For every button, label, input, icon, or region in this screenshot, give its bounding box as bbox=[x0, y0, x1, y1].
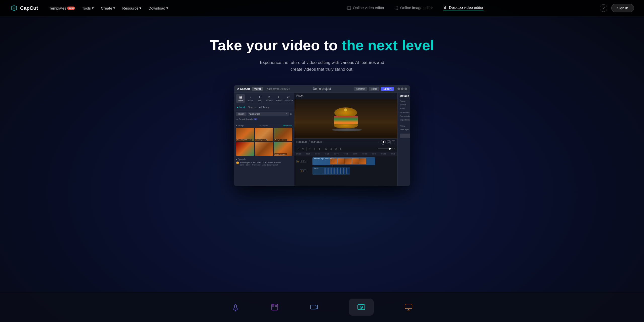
audio-track-row: 🔒 ♪ Music bbox=[296, 166, 395, 175]
share-btn[interactable]: Share bbox=[369, 87, 380, 91]
search-clear-icon[interactable]: ✕ bbox=[286, 112, 288, 115]
player-options-icon[interactable]: ··· bbox=[392, 94, 395, 98]
tl-freeze-btn[interactable]: ❄ bbox=[339, 147, 343, 151]
speech-item[interactable]: 🍔 Hamburger is the best food in the whol… bbox=[236, 160, 292, 166]
tl-speed-btn[interactable]: ⏱ bbox=[334, 147, 338, 151]
tl-trim-btn[interactable]: ‖ bbox=[317, 147, 321, 151]
media-thumb-4[interactable] bbox=[236, 142, 254, 156]
modify-button[interactable]: Modify bbox=[400, 134, 410, 138]
show-less-btn[interactable]: Show less bbox=[283, 124, 292, 127]
nav-library[interactable]: ▸ Library bbox=[259, 106, 269, 109]
editor-menu-btn[interactable]: Menu bbox=[252, 87, 263, 91]
shortcut-btn[interactable]: Shortcut bbox=[354, 87, 367, 91]
close-btn[interactable] bbox=[405, 88, 407, 90]
audio-track-label: Music bbox=[314, 167, 318, 169]
signin-button[interactable]: Sign In bbox=[611, 4, 634, 12]
editor-titlebar: ✕ CapCut Menu Auto saved 10:30:22 Demo p… bbox=[234, 85, 410, 93]
tl-undo-btn[interactable]: ↩ bbox=[296, 147, 300, 151]
editor-middle-panel: Player ··· 00:00:00:08 / bbox=[294, 93, 397, 186]
expand-icon[interactable]: ⤢ bbox=[392, 140, 395, 144]
progress-bar[interactable] bbox=[323, 142, 379, 142]
audio-waveform bbox=[324, 168, 349, 174]
nav-download[interactable]: Download ▾ bbox=[145, 4, 171, 12]
editor-left-panel: ▦ Media ♪ Audio T Text ☺ Stickers ✦ Ef bbox=[234, 93, 294, 186]
media-thumb-5[interactable] bbox=[255, 142, 273, 156]
video-track: kitchen.mp4 00:01:26:22 bbox=[312, 157, 375, 165]
bottom-photo-icon[interactable] bbox=[349, 299, 374, 316]
tab-online-image[interactable]: ⬚ Online image editor bbox=[394, 5, 433, 11]
zoom-out-icon[interactable]: − bbox=[376, 148, 378, 150]
editor-tools: ▦ Media ♪ Audio T Text ☺ Stickers ✦ Ef bbox=[234, 93, 294, 104]
media-thumb-3[interactable]: Beef_cheeksteak bbox=[274, 128, 292, 141]
maximize-btn[interactable] bbox=[401, 88, 404, 90]
minimize-btn[interactable] bbox=[397, 88, 400, 90]
editor-nav: ▸ Local Spaces ▸ Library bbox=[234, 104, 294, 110]
zoom-track[interactable] bbox=[378, 148, 393, 149]
tab-desktop-video[interactable]: 🖥 Desktop video editor bbox=[443, 5, 484, 11]
nav-local[interactable]: ▸ Local bbox=[237, 106, 245, 109]
bottom-video-icon[interactable] bbox=[309, 303, 318, 312]
tl-zoom: − + bbox=[376, 148, 395, 150]
desktop-video-icon: 🖥 bbox=[443, 5, 447, 10]
details-header: Details bbox=[397, 93, 410, 99]
tool-media[interactable]: ▦ Media bbox=[236, 94, 245, 103]
speech-section: ▸ Speech 🍔 Hamburger is the best food in… bbox=[234, 157, 294, 167]
export-btn[interactable]: Export bbox=[381, 87, 394, 91]
timeline-cursor bbox=[334, 157, 334, 166]
import-button[interactable]: Import bbox=[236, 112, 247, 116]
time-total: 00:04:36:22 bbox=[311, 141, 322, 143]
detail-key-framerate: Frame rate bbox=[400, 115, 410, 117]
nav-tools[interactable]: Tools ▾ bbox=[79, 4, 97, 12]
tl-split-btn[interactable]: ⊢ bbox=[308, 147, 312, 151]
tool-transitions[interactable]: ⇄ Transitions bbox=[284, 94, 293, 103]
media-thumb-1[interactable]: Cheerful_2022/steak.. bbox=[236, 128, 254, 141]
audio-track-area[interactable]: Music bbox=[307, 166, 395, 175]
tab-online-video[interactable]: ⬚ Online video editor bbox=[347, 5, 384, 11]
media-thumb-2[interactable]: Hamburger.mp4 bbox=[255, 128, 273, 141]
nav-create[interactable]: Create ▾ bbox=[98, 4, 118, 12]
track-thumb-2 bbox=[337, 158, 344, 164]
bottom-template-icon[interactable] bbox=[270, 303, 279, 312]
tool-text[interactable]: T Text bbox=[255, 94, 264, 103]
help-button[interactable]: ? bbox=[600, 4, 607, 12]
navbar: CapCut Templates New Tools ▾ Create ▾ Re… bbox=[0, 0, 644, 16]
timeline-tracks: 🔒 👁 ✎ kitchen.mp4 00:01:26:22 bbox=[294, 156, 397, 176]
track-lock-icon[interactable]: 🔒 bbox=[296, 160, 299, 163]
fullscreen-icon[interactable]: ⛶ bbox=[387, 140, 391, 144]
track-edit-icon[interactable]: ✎ bbox=[303, 160, 306, 163]
tool-audio[interactable]: ♪ Audio bbox=[246, 94, 255, 103]
tl-detach-btn[interactable]: ⌀ bbox=[329, 147, 333, 151]
tool-stickers[interactable]: ☺ Stickers bbox=[265, 94, 274, 103]
editor-right-panel: Details Name Demo project Saved C:/User/… bbox=[397, 93, 410, 186]
tool-effects[interactable]: ✦ Effects bbox=[274, 94, 283, 103]
audio-lock-icon[interactable]: 🔒 bbox=[300, 169, 303, 172]
logo[interactable]: CapCut bbox=[10, 4, 38, 12]
bottom-audio-icon[interactable] bbox=[231, 303, 240, 312]
ruler-mark-11: 04:25 bbox=[391, 153, 395, 155]
nav-spaces[interactable]: Spaces bbox=[248, 106, 256, 109]
bottom-monitor-icon[interactable] bbox=[404, 303, 413, 312]
nav-resource[interactable]: Resource ▾ bbox=[119, 4, 144, 12]
tl-crop-btn[interactable]: ⊡ bbox=[324, 147, 328, 151]
zoom-in-icon[interactable]: + bbox=[394, 148, 395, 150]
player-area: Player ··· 00:00:00:08 / bbox=[294, 93, 397, 146]
media-thumb-6[interactable]: beauty of smok... bbox=[274, 142, 292, 156]
search-grid-icon[interactable]: ⊞ bbox=[290, 112, 292, 115]
play-button[interactable]: ⏸ bbox=[381, 140, 386, 145]
nav-templates[interactable]: Templates New bbox=[46, 4, 78, 12]
tl-redo-btn[interactable]: ↪ bbox=[301, 147, 305, 151]
burger-fillings bbox=[334, 116, 358, 124]
search-input[interactable]: hamburger bbox=[249, 113, 286, 115]
detail-key-saved: Saved bbox=[400, 104, 410, 106]
audio-mute-icon[interactable]: ♪ bbox=[303, 169, 306, 172]
media-section-header: ▸ Image 15 results Show less bbox=[236, 124, 292, 127]
image-section-title: ▸ Image bbox=[236, 124, 244, 127]
tl-delete-btn[interactable]: I bbox=[313, 147, 317, 151]
speech-sub: 00:06 - 00:07 · The woman eating dumplin… bbox=[240, 164, 281, 166]
hamburger-icon: 🍔 bbox=[236, 162, 239, 164]
video-track-area[interactable]: kitchen.mp4 00:01:26:22 bbox=[307, 157, 395, 166]
track-eye-icon[interactable]: 👁 bbox=[300, 160, 303, 163]
video-track-row: 🔒 👁 ✎ kitchen.mp4 00:01:26:22 bbox=[296, 157, 395, 166]
video-track-label: kitchen.mp4 00:01:26:22 bbox=[314, 158, 334, 159]
bottom-bar bbox=[0, 292, 644, 322]
